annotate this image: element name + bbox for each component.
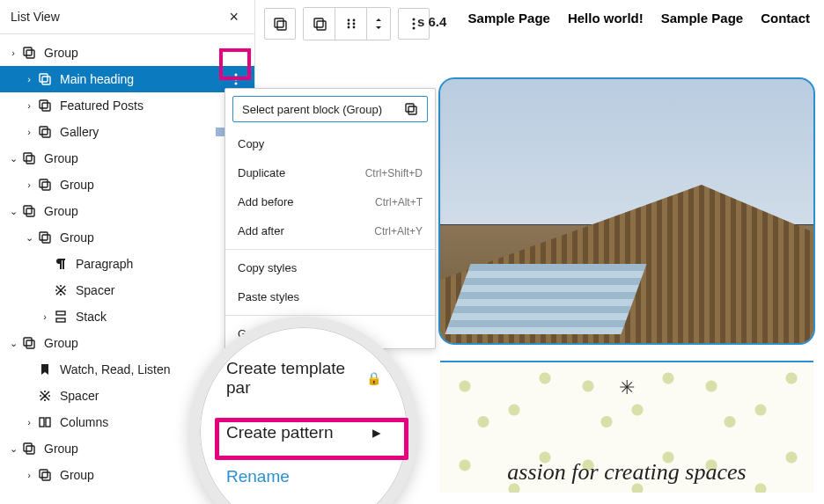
nav-link-hello-world-[interactable]: Hello world! [568,11,644,26]
block-toolbar [264,7,430,40]
menu-item-rename[interactable]: Rename [207,455,401,499]
menu-item-create-template-par[interactable]: Create template par🔒 [207,347,401,410]
tree-row-group[interactable]: ›Group [0,172,254,198]
tree-row-stack[interactable]: ›Stack [0,303,254,330]
svg-rect-25 [24,443,32,451]
svg-rect-30 [277,21,286,30]
group-icon [404,102,418,116]
caret-down-icon[interactable]: ⌄ [7,338,19,349]
menu-item-create-pattern[interactable]: Create pattern▸ [207,410,401,455]
group-icon [21,203,37,219]
drag-handle[interactable] [335,8,367,40]
group-icon [21,335,37,351]
svg-rect-42 [406,104,414,112]
select-parent-label: Select parent block (Group) [242,103,382,116]
caret-down-icon[interactable]: ⌄ [23,232,35,244]
tree-row-paragraph[interactable]: Paragraph [0,251,254,277]
caret-right-icon[interactable]: › [23,179,35,190]
tree-row-gallery[interactable]: ›Gallery [0,119,254,145]
svg-rect-7 [40,100,48,108]
block-options-menu: Select parent block (Group) CopyDuplicat… [224,88,436,349]
close-icon[interactable]: × [224,7,244,26]
caret-right-icon[interactable]: › [23,470,35,480]
menu-label: Duplicate [238,166,285,179]
tree-row-featured-posts[interactable]: ›Featured Posts [0,92,254,119]
pattern-section[interactable]: ✳ assion for creating spaces [440,361,813,493]
menu-item-add-before[interactable]: Add beforeCtrl+Alt+T [225,187,435,216]
svg-point-41 [413,27,416,30]
svg-point-34 [352,19,355,22]
menu-item-copy[interactable]: Copy [225,129,435,158]
caret-down-icon[interactable]: ⌄ [7,443,19,455]
caret-down-icon[interactable]: ⌄ [7,206,19,217]
group-icon [21,441,37,457]
svg-rect-29 [275,18,283,27]
list-view-header: List View × [0,0,254,34]
group-icon [37,230,53,245]
menu-item-copy-styles[interactable]: Copy styles [225,253,435,282]
caret-right-icon[interactable]: › [23,127,35,137]
svg-rect-14 [42,182,50,190]
menu-item-paste-styles[interactable]: Paste styles [225,282,435,311]
caret-right-icon[interactable]: › [23,417,35,427]
svg-rect-27 [40,470,48,478]
tree-row-group[interactable]: ›Group [0,40,254,66]
panel-title: List View [11,10,60,24]
select-parent-button[interactable] [304,8,335,40]
tree-label: Group [44,336,247,350]
svg-rect-0 [24,47,32,55]
menu-label: Paste styles [238,290,299,303]
svg-rect-20 [56,318,65,322]
svg-rect-22 [26,340,34,348]
tree-label: Featured Posts [60,99,247,113]
svg-point-38 [352,26,355,29]
svg-point-40 [413,23,416,26]
caret-right-icon[interactable]: › [23,100,35,111]
group-icon [37,124,53,140]
menu-item-move-to[interactable]: Move to [207,499,401,504]
menu-item-add-after[interactable]: Add afterCtrl+Alt+Y [225,216,435,245]
nav-link-contact[interactable]: Contact [761,11,810,26]
menu-item-duplicate[interactable]: DuplicateCtrl+Shift+D [225,158,435,187]
svg-rect-43 [408,106,416,114]
tree-row-group[interactable]: ⌄Group [0,330,254,356]
move-up-down[interactable] [367,8,390,40]
caret-down-icon[interactable]: ⌄ [7,153,19,164]
select-parent-item[interactable]: Select parent block (Group) [232,96,428,122]
tree-row-group[interactable]: ⌄Group [0,145,254,172]
stack-icon [53,309,69,325]
hero-image-block[interactable] [440,79,813,343]
tree-row-main-heading[interactable]: ›Main heading [0,66,254,92]
nav-link-sample-page[interactable]: Sample Page [468,11,550,26]
caret-right-icon[interactable]: › [7,47,19,58]
block-type-button[interactable] [264,8,296,40]
site-nav: Sample PageHello world!Sample PageContac… [468,11,810,26]
svg-rect-21 [24,338,32,346]
paragraph-icon [53,256,69,272]
version-text: s 6.4 [417,14,446,29]
svg-rect-28 [42,472,50,480]
menu-shortcut: Ctrl+Alt+Y [374,225,423,237]
nav-link-sample-page[interactable]: Sample Page [661,11,743,26]
group-icon [37,467,53,483]
lock-icon: 🔒 [366,371,381,385]
svg-rect-12 [26,156,34,164]
caret-right-icon[interactable]: › [39,311,51,322]
tree-row-group[interactable]: ⌄Group [0,224,254,251]
svg-rect-13 [40,179,48,187]
submenu-arrow-icon: ▸ [372,422,381,442]
tree-label: Spacer [76,283,247,297]
menu-label: Copy styles [238,261,297,274]
svg-rect-19 [56,311,65,315]
svg-point-6 [235,83,238,85]
svg-rect-15 [24,206,32,214]
svg-point-37 [347,26,349,29]
tree-row-group[interactable]: ⌄Group [0,198,254,224]
menu-label: Rename [226,467,290,486]
svg-rect-16 [26,208,34,216]
svg-rect-31 [314,18,323,27]
tree-row-spacer[interactable]: Spacer [0,277,254,303]
menu-label: Create template par [226,359,366,398]
caret-right-icon[interactable]: › [23,74,35,84]
menu-label: Create pattern [226,423,333,442]
